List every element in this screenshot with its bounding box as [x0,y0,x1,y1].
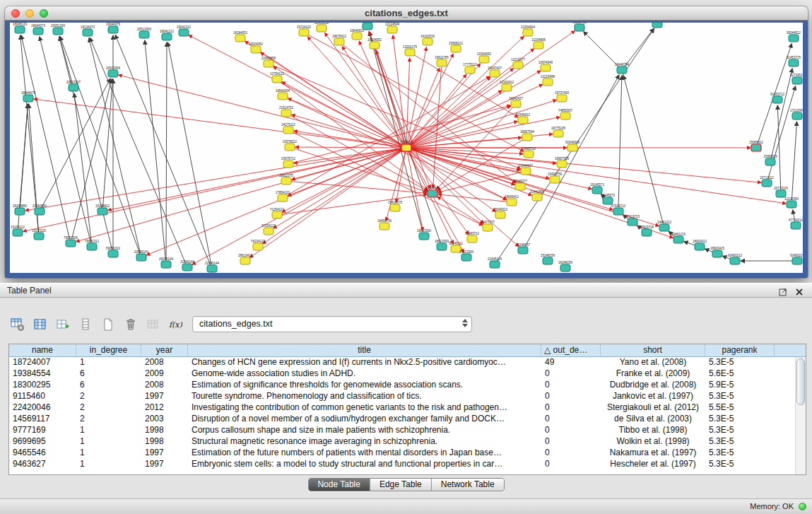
network-node[interactable]: 16047427 [488,66,502,77]
scrollbar-thumb[interactable] [796,358,805,405]
tab-network-table[interactable]: Network Table [432,479,504,491]
network-node[interactable]: 19145571 [590,183,605,194]
network-node[interactable]: 22044937 [519,164,534,175]
network-node[interactable]: 18542004 [276,89,290,100]
network-node[interactable]: 19737493 [555,91,570,102]
network-node[interactable]: 12100350 [784,197,799,208]
close-button[interactable] [11,9,20,18]
network-node[interactable]: 18204052 [367,38,382,49]
table-row[interactable]: 1938455462009Genome-wide association stu… [9,368,795,380]
network-node[interactable]: 90044512 [787,31,801,42]
network-node[interactable]: 15198812 [95,204,110,215]
column-header-title[interactable]: title [188,344,541,357]
table-row[interactable]: 1456911722003Disruption of a novel membe… [9,414,795,425]
network-node[interactable]: 12254904 [521,25,536,36]
network-node[interactable]: 22036144 [205,262,220,272]
table-mode-button[interactable] [8,315,27,334]
table-row[interactable]: 969969511998Structural magnetic resonanc… [9,436,795,448]
network-node[interactable]: 19448794 [615,63,630,74]
network-node[interactable]: 19611765 [435,56,449,66]
network-node[interactable]: 13202175 [403,45,418,56]
network-node[interactable]: 19193112 [11,226,25,236]
network-node[interactable]: 18613412 [238,254,253,264]
table-row[interactable]: 2242004622012Investigating the contribut… [9,402,795,414]
network-canvas[interactable]: 1724061181840522002405222400858127541221… [10,23,803,273]
network-node[interactable]: 15418575 [388,201,403,211]
network-node[interactable]: 15724122 [297,25,312,36]
column-header-name[interactable]: name [9,344,76,357]
network-node[interactable]: 18675412 [332,35,347,45]
network-node[interactable]: 19145573 [601,194,616,204]
network-node[interactable]: 67919712 [611,204,626,215]
network-node[interactable]: 20049377 [513,180,528,190]
table-panel-header[interactable]: Table Panel [0,283,812,298]
network-node[interactable]: 12124549 [385,23,400,33]
table-row[interactable]: 946362711997Embryonic stem cells: a mode… [9,459,795,470]
network-node[interactable]: 19461212 [657,221,672,231]
network-node[interactable]: 15958115 [763,155,777,165]
network-node[interactable]: 19193115 [32,229,46,240]
network-node[interactable]: 18184052 [233,31,248,42]
network-node[interactable]: 20578012 [283,140,298,151]
network-node[interactable]: 79051312 [85,240,100,250]
network-node[interactable]: 18045133 [13,23,28,33]
network-node[interactable]: 97254122 [261,224,276,235]
network-node[interactable]: 18775105 [551,127,566,137]
network-node[interactable]: 21945124 [488,257,502,268]
network-node[interactable]: 16640910 [350,29,365,40]
network-node[interactable]: 12483712 [465,232,480,243]
network-node[interactable]: 17775112 [463,63,477,74]
network-node[interactable]: 22400858 [261,57,276,67]
network-node[interactable]: 21514752 [279,106,294,117]
network-node[interactable]: 22410858 [314,23,329,32]
network-node[interactable]: 12160412 [500,81,514,91]
network-node[interactable]: 18044679 [21,91,36,102]
network-node[interactable]: 18903412 [693,240,707,250]
network-node[interactable]: 67710212 [789,218,803,229]
network-node[interactable]: 91453712 [770,93,785,103]
network-node[interactable]: 19041312 [177,25,192,36]
network-node[interactable]: 16477377 [481,221,495,231]
show-columns-button[interactable] [31,315,49,334]
import-table-button[interactable] [144,315,163,334]
zoom-button[interactable] [40,9,48,18]
network-node[interactable]: 81930412 [572,23,587,31]
network-node[interactable]: 18044373 [31,24,46,35]
network-node[interactable]: 59051312 [106,247,121,257]
network-node[interactable]: 11154808 [531,38,546,49]
network-node[interactable]: 18903415 [710,247,725,257]
tab-node-table[interactable]: Node Table [308,479,370,491]
tab-edge-table[interactable]: Edge Table [370,479,432,491]
delete-table-button[interactable] [122,315,140,334]
rows-button[interactable] [76,315,95,334]
network-node[interactable]: 16042427 [509,97,524,107]
network-node[interactable]: 19613393 [459,250,474,261]
network-node[interactable]: 18134373 [81,25,95,36]
network-node[interactable]: 18495759 [377,219,392,230]
network-node[interactable]: 21036144 [180,260,195,271]
network-node[interactable]: 18957595 [555,157,570,168]
network-node[interactable]: 15493759 [548,173,563,183]
add-column-button[interactable] [54,315,72,334]
network-node[interactable]: 20442494 [530,190,545,201]
network-node[interactable]: 23675712 [281,157,296,168]
network-node[interactable]: 16162515 [420,35,435,45]
network-node[interactable]: 20024052 [249,42,264,53]
network-node[interactable]: 19461215 [671,233,686,243]
network-node[interactable]: 67919718 [640,226,654,236]
network-node[interactable]: 19044375 [106,23,121,33]
network-node[interactable]: 18049412 [505,195,519,206]
table-row[interactable]: 1830029562008Estimation of significance … [9,380,795,391]
column-header-in_degree[interactable]: in_degree [76,344,141,357]
network-node[interactable]: 20513304 [106,66,121,77]
network-node[interactable]: 71254122 [270,208,285,218]
network-node[interactable]: 20713115 [774,187,788,197]
network-node[interactable]: 20611375 [279,174,293,185]
column-header-out_degree[interactable]: △ out_de… [541,344,601,357]
network-node[interactable]: 92450212 [728,254,743,264]
network-node[interactable]: 91453715 [787,56,801,66]
network-node[interactable]: 25260850 [13,204,28,215]
network-node[interactable]: 18957594 [520,130,535,141]
network-node[interactable]: 85923412 [360,23,375,30]
table-row[interactable]: 1872400712008Changes of HCN gene express… [9,357,795,368]
